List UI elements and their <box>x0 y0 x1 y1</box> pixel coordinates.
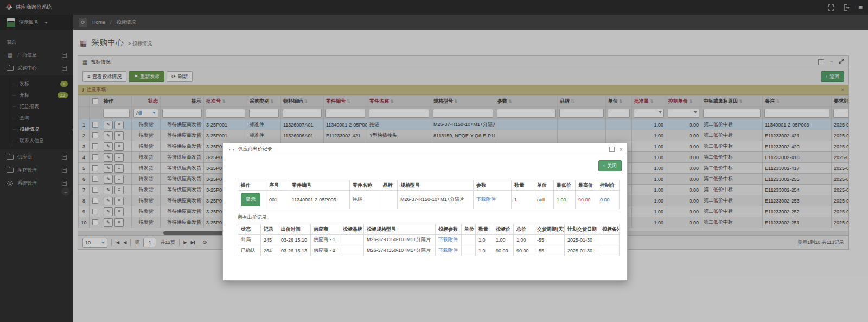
mcell-13 <box>599 245 620 256</box>
mcol-0: 状态 <box>238 224 261 235</box>
mcell-5: M26-37-R150-10+M1+分隔片 <box>364 235 436 245</box>
mcol-2: 出价时间 <box>278 224 311 235</box>
mcol-10: 最高价 <box>576 180 597 191</box>
mcol-5: 投标规格型号 <box>364 224 436 235</box>
mcol-9: 投标价 <box>493 224 514 235</box>
mcol-8: 单位 <box>534 180 554 191</box>
mcol-4: 投标品牌 <box>340 224 364 235</box>
mcol-11: 控制价 <box>597 180 620 191</box>
mcell-6: 下载附件 <box>436 245 462 256</box>
download-attachment-link[interactable]: 下载附件 <box>476 197 496 202</box>
mcell-5: M26-37-R150-10+M1+分隔片 <box>364 245 436 256</box>
mcell-6: 下载附件 <box>474 191 512 209</box>
mcell-0: 出局 <box>238 235 261 245</box>
download-attachment-link[interactable]: 下载附件 <box>438 237 458 242</box>
mcell-3: 拖链 <box>350 191 380 209</box>
table-row: 已确认26403-26 15:13供应商 - 2M26-37-R150-10+M… <box>238 245 620 256</box>
show-button[interactable]: 显示 <box>241 193 260 206</box>
mcol-3: 供应商 <box>311 224 340 235</box>
mcell-5: M26-37-R150-10+M1+分隔片 <box>398 191 474 209</box>
mcell-10: 90.00 <box>514 245 534 256</box>
mcell-7: 1 <box>512 191 534 209</box>
mcol-5: 规格型号 <box>398 180 474 191</box>
mcell-11: -55 <box>534 245 565 256</box>
mcol-7: 单位 <box>462 224 476 235</box>
table-row: 显示00111340001-2-05P003拖链M26-37-R150-10+M… <box>238 191 620 209</box>
mcell-8: 1.0 <box>476 235 493 245</box>
mcol-11: 交货周期(天) <box>534 224 565 235</box>
mcol-8: 数量 <box>476 224 493 235</box>
mcell-9: 1.00 <box>554 191 576 209</box>
download-attachment-link[interactable]: 下载附件 <box>438 248 458 253</box>
part-summary-table: 操作序号零件编号零件名称品牌规格型号参数数量单位最低价最高价控制价显示00111… <box>238 180 620 209</box>
mcell-3: 供应商 - 2 <box>311 245 340 256</box>
mcell-7 <box>462 235 476 245</box>
mcell-8: 1.0 <box>476 245 493 256</box>
mcol-1: 记录 <box>261 224 278 235</box>
drag-handle-icon[interactable]: ⋮⋮ <box>227 147 235 152</box>
modal-header: ⋮⋮ 供应商出价记录 × <box>223 143 627 155</box>
mcol-3: 零件名称 <box>350 180 380 191</box>
close-icon[interactable]: × <box>620 146 623 153</box>
mcell-0: 已确认 <box>238 245 261 256</box>
mcol-6: 参数 <box>474 180 512 191</box>
mcell-11: -55 <box>534 235 565 245</box>
modal-body: ‹关闭 操作序号零件编号零件名称品牌规格型号参数数量单位最低价最高价控制价显示0… <box>223 155 627 256</box>
mcol-1: 序号 <box>266 180 289 191</box>
mcell-13 <box>599 235 620 245</box>
mcell-2: 03-26 15:13 <box>278 245 311 256</box>
mcol-0: 操作 <box>238 180 266 191</box>
records-label: 所有出价记录 <box>238 214 618 221</box>
mcell-4 <box>340 235 364 245</box>
supplier-bid-record-modal: ⋮⋮ 供应商出价记录 × ‹关闭 操作序号零件编号零件名称品牌规格型号参数数量单… <box>222 143 628 281</box>
mcol-6: 投标参数 <box>436 224 462 235</box>
mcell-11: 0.00 <box>597 191 620 209</box>
bid-records-table: 状态记录出价时间供应商投标品牌投标规格型号投标参数单位数量投标价总价交货周期(天… <box>238 224 620 256</box>
maximize-icon[interactable] <box>609 147 615 152</box>
mcell-7 <box>462 245 476 256</box>
mcell-8: null <box>534 191 554 209</box>
mcell-4 <box>340 245 364 256</box>
mcell-2: 11340001-2-05P003 <box>289 191 350 209</box>
mcell-4 <box>380 191 398 209</box>
mcell-1: 001 <box>266 191 289 209</box>
mcell-1: 264 <box>261 245 278 256</box>
mcell-3: 供应商 - 1 <box>311 235 340 245</box>
mcol-12: 计划交货日期 <box>565 224 599 235</box>
mcell-10: 90.00 <box>576 191 597 209</box>
mcol-7: 数量 <box>512 180 534 191</box>
mcell-12: 2025-01-30 <box>565 245 599 256</box>
mcell-12: 2025-01-30 <box>565 235 599 245</box>
mcol-9: 最低价 <box>554 180 576 191</box>
mcell-2: 03-26 15:10 <box>278 235 311 245</box>
mcol-4: 品牌 <box>380 180 398 191</box>
table-row: 出局24503-26 15:10供应商 - 1M26-37-R150-10+M1… <box>238 235 620 245</box>
chevron-left-icon: ‹ <box>603 163 605 168</box>
app-root: 供应商询价系统 ≡ 演示账号 首页▦厂商信息采购中心发标1开标22汇总报表查询投… <box>0 0 868 322</box>
mcell-0: 显示 <box>238 191 266 209</box>
mcell-9: 90.00 <box>493 245 514 256</box>
modal-close-button[interactable]: ‹关闭 <box>598 160 622 171</box>
mcol-2: 零件编号 <box>289 180 350 191</box>
mcol-13: 投标备注 <box>599 224 620 235</box>
mcell-6: 下载附件 <box>436 235 462 245</box>
mcol-10: 总价 <box>514 224 534 235</box>
mcell-1: 245 <box>261 235 278 245</box>
mcell-10: 1.00 <box>514 235 534 245</box>
mcell-9: 1.00 <box>493 235 514 245</box>
modal-title: 供应商出价记录 <box>238 146 272 153</box>
